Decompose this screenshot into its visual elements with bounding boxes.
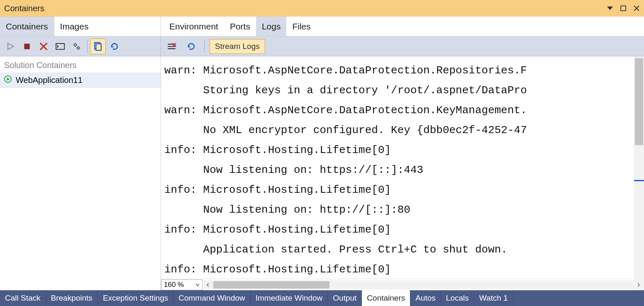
- window-options-icon[interactable]: [605, 3, 615, 13]
- tab-files[interactable]: Files: [286, 17, 316, 36]
- svg-point-4: [77, 46, 80, 49]
- bottom-tool-tabs: Call StackBreakpointsException SettingsC…: [0, 290, 644, 306]
- bottom-tab-exception-settings[interactable]: Exception Settings: [98, 290, 173, 306]
- left-tab-group: Containers Images: [0, 17, 161, 36]
- svg-point-3: [74, 44, 77, 46]
- window-controls: [605, 0, 642, 17]
- horizontal-scrollbar[interactable]: [203, 280, 643, 289]
- close-icon[interactable]: [632, 3, 642, 13]
- bottom-tab-watch-1[interactable]: Watch 1: [474, 290, 513, 306]
- window-title: Containers: [4, 4, 44, 13]
- vertical-scrollbar[interactable]: [634, 56, 644, 290]
- bottom-tab-output[interactable]: Output: [328, 290, 362, 306]
- scroll-right-icon[interactable]: [634, 280, 643, 289]
- stop-button[interactable]: [19, 39, 35, 54]
- zoom-value: 160 %: [164, 281, 184, 289]
- log-footer: 160 %: [161, 279, 644, 290]
- bottom-tab-autos[interactable]: Autos: [410, 290, 441, 306]
- container-item-label: WebApplication11: [16, 75, 83, 85]
- sidebar-header: Solution Containers: [0, 56, 161, 73]
- hscroll-thumb[interactable]: [213, 281, 329, 289]
- container-item[interactable]: WebApplication11: [0, 73, 161, 88]
- tab-ports[interactable]: Ports: [224, 17, 256, 36]
- maximize-icon[interactable]: [618, 3, 628, 13]
- toolbar-separator: [204, 40, 205, 53]
- bottom-tab-containers[interactable]: Containers: [362, 290, 410, 306]
- bottom-tab-locals[interactable]: Locals: [441, 290, 474, 306]
- start-button[interactable]: [2, 39, 18, 54]
- bottom-tab-breakpoints[interactable]: Breakpoints: [46, 290, 98, 306]
- body: Solution Containers WebApplication11 war…: [0, 56, 644, 290]
- tab-images[interactable]: Images: [54, 17, 95, 36]
- upper-tab-row: Containers Images Environment Ports Logs…: [0, 17, 644, 36]
- svg-rect-2: [56, 43, 64, 49]
- svg-rect-6: [96, 44, 101, 50]
- containers-toolbar: [0, 36, 161, 56]
- right-tab-group: Environment Ports Logs Files: [161, 17, 317, 36]
- refresh-button[interactable]: [107, 39, 122, 54]
- scroll-left-icon[interactable]: [203, 280, 212, 289]
- bottom-tab-immediate-window[interactable]: Immediate Window: [251, 290, 328, 306]
- delete-button[interactable]: [36, 39, 51, 54]
- tab-environment[interactable]: Environment: [163, 17, 224, 36]
- toolbar-row: Stream Logs: [0, 36, 644, 56]
- containers-sidebar: Solution Containers WebApplication11: [0, 56, 161, 290]
- running-status-icon: [4, 75, 12, 85]
- terminal-button[interactable]: [52, 39, 68, 54]
- log-panel: warn: Microsoft.AspNetCore.DataProtectio…: [161, 56, 644, 290]
- bottom-tab-command-window[interactable]: Command Window: [173, 290, 251, 306]
- chevron-down-icon: [195, 281, 200, 289]
- svg-rect-0: [621, 6, 626, 11]
- clear-log-button[interactable]: [164, 39, 180, 54]
- bottom-tab-call-stack[interactable]: Call Stack: [0, 290, 46, 306]
- log-text[interactable]: warn: Microsoft.AspNetCore.DataProtectio…: [161, 56, 644, 279]
- svg-rect-1: [24, 44, 29, 49]
- toolbar-separator: [87, 40, 88, 53]
- window-title-bar: Containers: [0, 0, 644, 17]
- zoom-selector[interactable]: 160 %: [161, 279, 202, 290]
- scroll-marker: [634, 180, 644, 181]
- scroll-thumb[interactable]: [635, 58, 643, 145]
- logs-toolbar: Stream Logs: [161, 36, 644, 56]
- settings-button[interactable]: [69, 39, 85, 54]
- copy-button[interactable]: [90, 39, 106, 54]
- stream-logs-button[interactable]: Stream Logs: [210, 39, 265, 54]
- tab-containers[interactable]: Containers: [0, 17, 54, 36]
- tab-logs[interactable]: Logs: [256, 17, 287, 36]
- refresh-logs-button[interactable]: [183, 39, 199, 54]
